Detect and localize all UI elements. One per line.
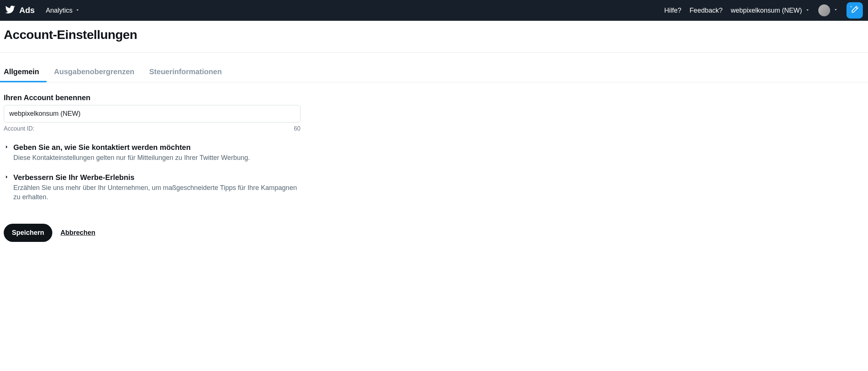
improve-ads-section: Verbessern Sie Ihr Werbe-Erlebnis Erzähl… — [4, 173, 300, 201]
save-button[interactable]: Speichern — [4, 224, 52, 242]
improve-ads-desc: Erzählen Sie uns mehr über Ihr Unternehm… — [13, 183, 300, 201]
chevron-right-icon — [4, 174, 10, 181]
form-actions: Speichern Abbrechen — [0, 224, 868, 242]
tab-content: Ihren Account benennen Account ID: 60 Ge… — [0, 82, 304, 209]
input-hint-row: Account ID: 60 — [4, 125, 300, 132]
contact-prefs-section: Geben Sie an, wie Sie kontaktiert werden… — [4, 143, 300, 162]
user-menu[interactable] — [818, 4, 838, 16]
tab-tax-info[interactable]: Steuerinformationen — [149, 68, 222, 82]
contact-prefs-toggle[interactable]: Geben Sie an, wie Sie kontaktiert werden… — [4, 143, 300, 152]
topbar-right: Hilfe? Feedback? webpixelkonsum (NEW) — [664, 2, 863, 19]
brand-logo-group[interactable]: Ads — [5, 4, 35, 16]
chevron-down-icon — [833, 7, 838, 14]
account-selector[interactable]: webpixelkonsum (NEW) — [731, 7, 810, 14]
account-name-label: Ihren Account benennen — [4, 93, 300, 102]
help-link[interactable]: Hilfe? — [664, 7, 681, 14]
account-name-input[interactable] — [4, 105, 300, 122]
cancel-button[interactable]: Abbrechen — [60, 229, 95, 237]
top-navbar: Ads Analytics Hilfe? Feedback? webpixelk… — [0, 0, 868, 21]
tab-spend-caps[interactable]: Ausgabenobergrenzen — [54, 68, 135, 82]
analytics-dropdown[interactable]: Analytics — [46, 7, 80, 14]
improve-ads-title: Verbessern Sie Ihr Werbe-Erlebnis — [13, 173, 134, 182]
contact-prefs-title: Geben Sie an, wie Sie kontaktiert werden… — [13, 143, 191, 152]
brand-text: Ads — [19, 6, 35, 15]
page-title: Account-Einstellungen — [4, 27, 864, 42]
analytics-label: Analytics — [46, 7, 73, 14]
account-selector-label: webpixelkonsum (NEW) — [731, 7, 802, 14]
tabs: Allgemein Ausgabenobergrenzen Steuerinfo… — [0, 53, 868, 82]
compose-button[interactable] — [846, 2, 863, 19]
contact-prefs-desc: Diese Kontakteinstellungen gelten nur fü… — [13, 153, 300, 162]
char-count: 60 — [294, 125, 300, 132]
avatar — [818, 4, 830, 16]
tab-general[interactable]: Allgemein — [4, 68, 39, 82]
improve-ads-toggle[interactable]: Verbessern Sie Ihr Werbe-Erlebnis — [4, 173, 300, 182]
account-id-label: Account ID: — [4, 125, 34, 132]
chevron-down-icon — [805, 7, 810, 14]
topbar-left: Ads Analytics — [5, 4, 80, 16]
compose-icon — [850, 5, 859, 16]
twitter-bird-icon — [5, 4, 16, 16]
chevron-right-icon — [4, 144, 10, 151]
feedback-link[interactable]: Feedback? — [690, 7, 723, 14]
chevron-down-icon — [75, 7, 80, 14]
page-header: Account-Einstellungen — [0, 21, 868, 53]
